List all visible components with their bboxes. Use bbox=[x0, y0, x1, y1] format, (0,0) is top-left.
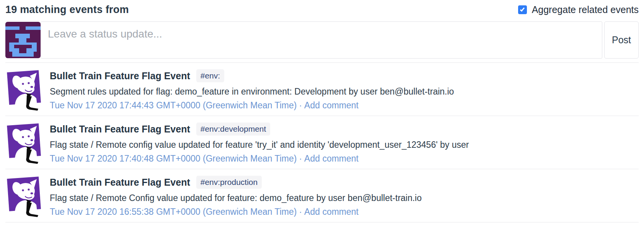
event-description: Segment rules updated for flag: demo_fea… bbox=[50, 86, 454, 97]
event-description: Flag state / Remote config value updated… bbox=[50, 139, 469, 150]
event-content: Bullet Train Feature Flag Event #env: Se… bbox=[50, 68, 454, 111]
event-timestamp-link[interactable]: Tue Nov 17 2020 17:44:43 GMT+0000 (Green… bbox=[50, 100, 297, 110]
event-description: Flag state / Remote Config value updated… bbox=[50, 192, 422, 204]
meta-separator: · bbox=[299, 100, 302, 110]
event-timestamp-link[interactable]: Tue Nov 17 2020 17:40:48 GMT+0000 (Green… bbox=[50, 154, 297, 163]
datadog-bits-icon bbox=[5, 68, 43, 111]
event-content: Bullet Train Feature Flag Event #env:pro… bbox=[50, 174, 422, 217]
event-list: Bullet Train Feature Flag Event #env: Se… bbox=[5, 62, 639, 222]
user-identicon-avatar bbox=[5, 21, 41, 59]
event-row: Bullet Train Feature Flag Event #env:dev… bbox=[5, 116, 639, 169]
event-stream-page: 19 matching events from Aggregate relate… bbox=[0, 0, 644, 222]
add-comment-link[interactable]: Add comment bbox=[304, 154, 359, 163]
env-tag[interactable]: #env: bbox=[196, 69, 224, 82]
event-title: Bullet Train Feature Flag Event bbox=[50, 175, 190, 189]
aggregate-checkbox[interactable] bbox=[518, 5, 527, 14]
event-row: Bullet Train Feature Flag Event #env:pro… bbox=[5, 169, 639, 222]
event-row: Bullet Train Feature Flag Event #env: Se… bbox=[5, 62, 639, 116]
meta-separator: · bbox=[299, 154, 302, 163]
status-update-input[interactable] bbox=[41, 21, 602, 59]
aggregate-label: Aggregate related events bbox=[532, 4, 639, 15]
datadog-bits-icon bbox=[5, 174, 43, 217]
aggregate-toggle[interactable]: Aggregate related events bbox=[518, 4, 639, 15]
add-comment-link[interactable]: Add comment bbox=[304, 100, 359, 110]
post-button[interactable]: Post bbox=[604, 21, 639, 59]
event-title: Bullet Train Feature Flag Event bbox=[50, 69, 190, 83]
event-timestamp-link[interactable]: Tue Nov 17 2020 16:55:38 GMT+0000 (Green… bbox=[50, 207, 297, 217]
datadog-bits-icon bbox=[5, 121, 43, 164]
page-title: 19 matching events from bbox=[5, 4, 129, 16]
checkmark-icon bbox=[520, 7, 525, 11]
meta-separator: · bbox=[299, 207, 302, 217]
event-title: Bullet Train Feature Flag Event bbox=[50, 122, 190, 136]
env-tag[interactable]: #env:development bbox=[196, 123, 271, 136]
status-update-bar: Post bbox=[5, 21, 639, 59]
add-comment-link[interactable]: Add comment bbox=[304, 207, 359, 217]
env-tag[interactable]: #env:production bbox=[196, 176, 262, 189]
header: 19 matching events from Aggregate relate… bbox=[5, 4, 639, 16]
event-content: Bullet Train Feature Flag Event #env:dev… bbox=[50, 121, 469, 164]
